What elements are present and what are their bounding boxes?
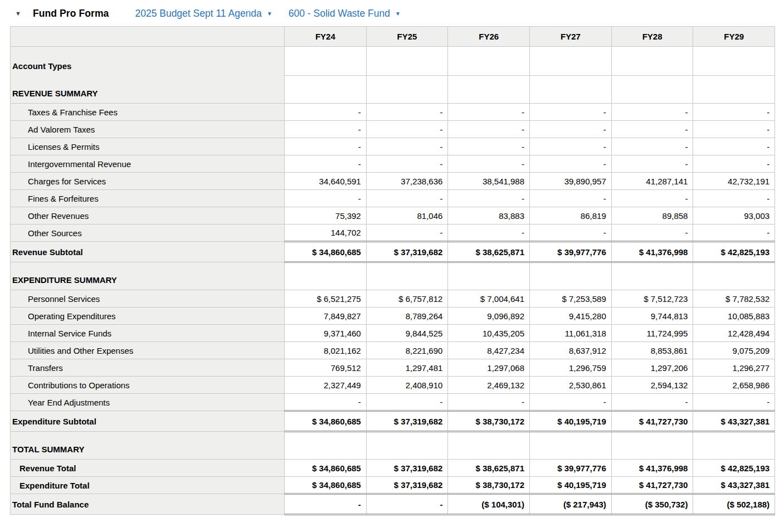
cell-value: 2,469,132 [448,377,530,394]
cell-value: - [285,121,367,138]
cell-value: 9,096,892 [448,308,530,325]
cell-value: - [366,155,448,173]
table-row: Ad Valorem Taxes------ [11,121,775,138]
column-header-row: FY24FY25FY26FY27FY28FY29 [11,27,775,47]
cell-value: $ 34,860,685 [285,411,367,432]
cell-value: 11,724,995 [611,325,693,342]
cell-value: 1,296,277 [693,359,775,377]
cell-value: $ 37,319,682 [366,242,448,262]
table-row: Operating Expenditures7,849,8278,789,264… [11,308,775,325]
table-row: Intergovernmental Revenue------ [11,155,775,173]
cell-value [530,262,612,290]
cell-value: - [448,224,530,242]
table-row: EXPENDITURE SUMMARY [11,262,775,290]
cell-value: 10,435,205 [448,325,530,342]
table-row: Contributions to Operations2,327,4492,40… [11,377,775,394]
cell-value: 9,844,525 [366,325,448,342]
table-row: Personnel Services$ 6,521,275$ 6,757,812… [11,290,775,308]
table-row: Fines & Forfeitures------ [11,190,775,207]
table-row: Licenses & Permits------ [11,138,775,155]
cell-value: 81,046 [366,207,448,224]
budget-dropdown[interactable]: 2025 Budget Sept 11 Agenda ▼ [135,8,272,19]
cell-value: - [530,224,612,242]
cell-value [693,432,775,460]
cell-value: 9,415,280 [530,308,612,325]
cell-value: $ 38,625,871 [448,242,530,262]
cell-value: $ 7,004,641 [448,290,530,308]
cell-value: 1,296,759 [530,359,612,377]
cell-value [693,76,775,104]
pro-forma-table: FY24FY25FY26FY27FY28FY29Account TypesREV… [10,26,775,515]
cell-value: $ 37,319,682 [366,460,448,477]
cell-value: $ 38,625,871 [448,460,530,477]
cell-value: $ 37,319,682 [366,411,448,432]
cell-value: - [611,224,693,242]
cell-value [285,432,367,460]
cell-value: $ 39,977,776 [530,460,612,477]
cell-value: - [611,138,693,155]
row-label: Utilities and Other Expenses [11,342,285,359]
cell-value [611,47,693,76]
row-label: Fines & Forfeitures [11,190,285,207]
cell-value: - [530,104,612,121]
row-label: Ad Valorem Taxes [11,121,285,138]
table-row: Revenue Total$ 34,860,685$ 37,319,682$ 3… [11,460,775,477]
table-row: Expenditure Total$ 34,860,685$ 37,319,68… [11,477,775,494]
cell-value [530,432,612,460]
collapse-caret-icon[interactable]: ▼ [15,11,21,17]
cell-value: - [530,138,612,155]
cell-value: 75,392 [285,207,367,224]
row-label: Operating Expenditures [11,308,285,325]
cell-value: - [285,104,367,121]
cell-value: - [366,394,448,411]
column-header-empty [11,27,285,47]
cell-value: $ 41,376,998 [611,460,693,477]
table-row: Internal Service Funds9,371,4609,844,525… [11,325,775,342]
table-row: Other Revenues75,39281,04683,88386,81989… [11,207,775,224]
cell-value [448,262,530,290]
row-label: Expenditure Subtotal [11,411,285,432]
row-label: Revenue Subtotal [11,242,285,262]
column-header: FY27 [530,27,612,47]
chevron-down-icon: ▼ [267,10,272,17]
cell-value: - [366,190,448,207]
cell-value: 89,858 [611,207,693,224]
cell-value: 41,287,141 [611,173,693,190]
cell-value: $ 7,253,589 [530,290,612,308]
cell-value: 38,541,988 [448,173,530,190]
cell-value: - [611,104,693,121]
cell-value: - [285,190,367,207]
table-row: Utilities and Other Expenses8,021,1628,2… [11,342,775,359]
cell-value: $ 34,860,685 [285,460,367,477]
cell-value: - [693,224,775,242]
cell-value [693,47,775,76]
cell-value: - [448,155,530,173]
cell-value: 11,061,318 [530,325,612,342]
cell-value: $ 38,730,172 [448,477,530,494]
cell-value: $ 7,512,723 [611,290,693,308]
cell-value: 1,297,481 [366,359,448,377]
fund-dropdown[interactable]: 600 - Solid Waste Fund ▼ [289,8,401,19]
cell-value: - [285,155,367,173]
row-label: TOTAL SUMMARY [11,432,285,460]
cell-value: - [693,394,775,411]
cell-value: 9,744,813 [611,308,693,325]
row-label: Other Sources [11,224,285,242]
chevron-down-icon: ▼ [395,10,401,17]
cell-value: - [366,494,448,515]
table-row: Revenue Subtotal$ 34,860,685$ 37,319,682… [11,242,775,262]
cell-value [611,432,693,460]
cell-value [611,76,693,104]
cell-value: $ 43,327,381 [693,477,775,494]
cell-value: 9,371,460 [285,325,367,342]
cell-value: 86,819 [530,207,612,224]
cell-value: $ 40,195,719 [530,477,612,494]
table-row: Year End Adjustments------ [11,394,775,411]
table-row: Total Fund Balance--($ 104,301)($ 217,94… [11,494,775,515]
table-row: Charges for Services34,640,59137,238,636… [11,173,775,190]
table-row: TOTAL SUMMARY [11,432,775,460]
cell-value: - [530,394,612,411]
cell-value: - [285,138,367,155]
cell-value: 144,702 [285,224,367,242]
cell-value: 8,853,861 [611,342,693,359]
